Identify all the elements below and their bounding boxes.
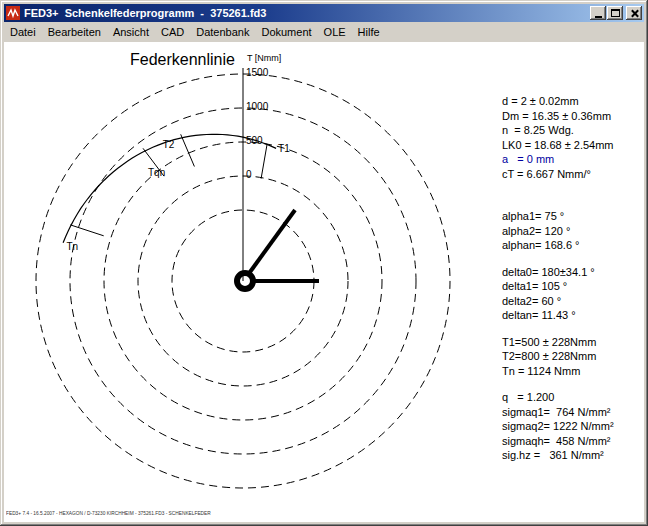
param-line: sigmaqh= 458 N/mm²	[502, 434, 614, 449]
curve-point-tick-T1	[261, 144, 267, 179]
menubar: DateiBearbeitenAnsichtCADDatenbankDokume…	[4, 22, 644, 42]
param-group-1: alpha1= 75 °alpha2= 120 °alphan= 168.6 °	[502, 209, 614, 253]
param-line: alpha2= 120 °	[502, 224, 614, 239]
status-line: FED3+ 7.4 - 16.5.2007 - HEXAGON / D-7323…	[6, 511, 211, 516]
param-line: alphan= 168.6 °	[502, 238, 614, 253]
axis-label: T [Nmm]	[247, 53, 281, 63]
minimize-icon	[595, 16, 602, 18]
menu-item-hilfe[interactable]: Hilfe	[352, 24, 386, 40]
app-window: FED3+ Schenkelfederprogramm - 375261.fd3…	[0, 0, 648, 526]
close-icon	[630, 9, 639, 18]
param-line: Dm = 16.35 ± 0.36mm	[502, 109, 614, 124]
app-icon[interactable]	[6, 6, 20, 20]
param-line: deltan= 11.43 °	[502, 308, 614, 323]
curve-points: T1T2TqnTn	[66, 134, 290, 252]
curve-point-label-Tn: Tn	[66, 241, 78, 252]
param-line: sig.hz = 361 N/mm²	[502, 448, 614, 463]
menu-item-datenbank[interactable]: Datenbank	[190, 24, 255, 40]
param-line: cT = 6.667 Nmm/°	[502, 167, 614, 182]
menu-item-bearbeiten[interactable]: Bearbeiten	[42, 24, 107, 40]
param-line: sigmaq2= 1222 N/mm²	[502, 419, 614, 434]
axis-tick-label: 1500	[246, 67, 269, 78]
param-line: alpha1= 75 °	[502, 209, 614, 224]
param-line: delta1= 105 °	[502, 279, 614, 294]
param-line: T2=800 ± 228Nmm	[502, 349, 614, 364]
spring-leg-moving-icon	[250, 210, 295, 272]
param-line: T1=500 ± 228Nmm	[502, 335, 614, 350]
param-group-0: d = 2 ± 0.02mmDm = 16.35 ± 0.36mmn = 8.2…	[502, 94, 614, 181]
maximize-icon	[611, 9, 620, 17]
curve-point-label-T1: T1	[278, 143, 290, 154]
menu-item-datei[interactable]: Datei	[4, 24, 42, 40]
characteristic-curve	[63, 134, 276, 243]
param-line: delta2= 60 °	[502, 294, 614, 309]
characteristic-curve-group	[63, 134, 276, 243]
close-button[interactable]	[626, 6, 642, 20]
param-line: d = 2 ± 0.02mm	[502, 94, 614, 109]
menu-item-cad[interactable]: CAD	[155, 24, 190, 40]
param-group-3: T1=500 ± 228NmmT2=800 ± 228NmmTn = 1124 …	[502, 335, 614, 379]
menu-item-ole[interactable]: OLE	[318, 24, 352, 40]
axis-tick-labels: 150010005000	[246, 67, 269, 180]
param-line: Tn = 1124 Nmm	[502, 364, 614, 379]
client-area: Federkennlinie T [Nmm] 150010005000 T1T2…	[4, 42, 644, 522]
titlebar[interactable]: FED3+ Schenkelfederprogramm - 375261.fd3	[4, 4, 644, 22]
param-group-4: q = 1.200sigmaq1= 764 N/mm²sigmaq2= 1222…	[502, 390, 614, 463]
results-panel: d = 2 ± 0.02mmDm = 16.35 ± 0.36mmn = 8.2…	[502, 94, 614, 475]
param-line: a = 0 mm	[502, 152, 614, 167]
minimize-button[interactable]	[590, 6, 606, 20]
curve-point-label-T2: T2	[163, 139, 175, 150]
param-line: delta0= 180±34.1 °	[502, 265, 614, 280]
param-line: q = 1.200	[502, 390, 614, 405]
window-title: FED3+ Schenkelfederprogramm - 375261.fd3	[24, 7, 589, 19]
axis-tick-label: 0	[246, 169, 252, 180]
curve-point-label-Tqn: Tqn	[148, 167, 165, 178]
axis-tick-label: 1000	[246, 101, 269, 112]
param-line: sigmaq1= 764 N/mm²	[502, 405, 614, 420]
menu-item-ansicht[interactable]: Ansicht	[107, 24, 155, 40]
curve-point-tick-Tn	[70, 225, 103, 236]
curve-point-tick-T2	[181, 134, 195, 166]
maximize-button[interactable]	[607, 6, 623, 20]
chart-title: Federkennlinie	[130, 51, 235, 68]
param-line: LK0 = 18.68 ± 2.54mm	[502, 138, 614, 153]
menu-item-dokument[interactable]: Dokument	[255, 24, 317, 40]
spring-symbol	[237, 210, 319, 289]
param-group-2: delta0= 180±34.1 °delta1= 105 °delta2= 6…	[502, 265, 614, 323]
param-line: n = 8.25 Wdg.	[502, 123, 614, 138]
spring-body-icon	[237, 273, 253, 289]
